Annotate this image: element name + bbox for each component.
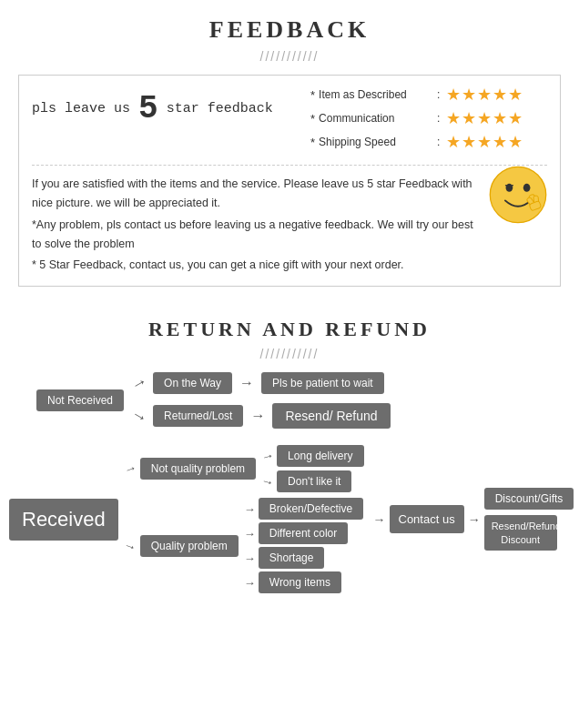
feedback-title: FEEDBACK <box>0 0 579 49</box>
arrow-up-icon: → <box>127 371 151 396</box>
arrow-dc: → <box>244 527 256 541</box>
resend-refund-top-box: Resend/ Refund <box>272 403 390 429</box>
rating-label-3: Shipping Speed <box>319 136 437 148</box>
arrow-wi: → <box>244 576 256 590</box>
shortage-row: → Shortage <box>244 547 363 569</box>
return-divider: /////////// <box>0 347 579 361</box>
rating-stars-2: ★★★★★ <box>446 108 523 128</box>
svg-point-0 <box>490 167 545 222</box>
arrow-sh: → <box>244 551 256 565</box>
arrow-contact: → <box>373 512 386 527</box>
rating-row-2: * Communication : ★★★★★ <box>310 108 547 128</box>
arrow-down-icon: → <box>127 404 151 429</box>
contact-us-box: Contact us <box>390 505 464 533</box>
feedback-suffix: star feedback <box>167 101 273 116</box>
broken-defective-box: Broken/Defective <box>259 498 363 520</box>
not-quality-sub: → Long delivery → Don't like it <box>261 445 363 492</box>
feedback-section: FEEDBACK /////////// pls leave us 5 star… <box>0 0 579 287</box>
broken-row: → Broken/Defective <box>244 498 363 520</box>
not-received-box: Not Received <box>36 389 124 411</box>
middle-branches: → Not quality problem → Long delivery → … <box>124 445 364 593</box>
wrong-items-box: Wrong items <box>259 571 341 593</box>
arrow-qp: → <box>121 537 138 555</box>
wrong-items-row: → Wrong items <box>244 571 363 593</box>
arrow-bd: → <box>244 502 256 516</box>
dont-like-box: Don't like it <box>277 470 351 492</box>
feedback-right-ratings: * Item as Described : ★★★★★ * Communicat… <box>310 85 547 156</box>
rating-label-1: Item as Described <box>319 88 437 101</box>
not-quality-box: Not quality problem <box>140 458 256 480</box>
rating-stars-3: ★★★★★ <box>446 132 523 152</box>
feedback-number: 5 <box>138 90 158 127</box>
return-title: RETURN AND REFUND <box>0 301 579 347</box>
returned-lost-box: Returned/Lost <box>153 405 243 427</box>
on-the-way-box: On the Way <box>153 372 232 394</box>
arrow-after-contact: → <box>468 512 481 527</box>
not-quality-row: → Not quality problem → Long delivery → … <box>124 445 364 492</box>
different-color-box: Different color <box>259 522 348 544</box>
returned-lost-row: → Returned/Lost → Resend/ Refund <box>131 403 391 429</box>
feedback-body: If you are satisfied with the items and … <box>32 175 547 275</box>
return-section: RETURN AND REFUND /////////// Not Receiv… <box>0 301 579 593</box>
not-received-flow: Not Received → On the Way → Pls be patie… <box>0 372 579 429</box>
dont-like-row: → Don't like it <box>261 470 363 492</box>
rating-label-2: Communication <box>319 112 437 125</box>
on-the-way-row: → On the Way → Pls be patient to wait <box>131 372 391 394</box>
feedback-body-line-1: If you are satisfied with the items and … <box>32 175 547 214</box>
arrow-nq: → <box>121 460 138 478</box>
arrow-ld: → <box>259 448 276 465</box>
quality-sub: → Broken/Defective → Different color → S… <box>244 498 363 593</box>
quality-problem-box: Quality problem <box>140 535 239 557</box>
shortage-box: Shortage <box>259 547 325 569</box>
arrow-dl: → <box>259 473 276 490</box>
contact-group: → Contact us → Discount/Gifts Resend/Ref… <box>373 488 574 551</box>
feedback-top: pls leave us 5 star feedback * Item as D… <box>32 85 547 166</box>
discount-gifts-box: Discount/Gifts <box>484 488 574 510</box>
emoji-icon <box>489 166 547 224</box>
long-delivery-box: Long delivery <box>277 445 363 467</box>
feedback-box: pls leave us 5 star feedback * Item as D… <box>18 75 561 287</box>
rating-row-1: * Item as Described : ★★★★★ <box>310 85 547 105</box>
svg-point-2 <box>523 184 531 192</box>
right-outcomes: Discount/Gifts Resend/Refund/ Discount <box>484 488 574 551</box>
feedback-body-line-3: * 5 Star Feedback, contact us, you can g… <box>32 256 547 275</box>
pls-wait-box: Pls be patient to wait <box>261 372 384 394</box>
feedback-left-text: pls leave us 5 star feedback <box>32 85 310 127</box>
feedback-body-line-2: *Any problem, pls contact us before leav… <box>32 216 547 255</box>
feedback-divider: /////////// <box>0 49 579 64</box>
long-delivery-row: → Long delivery <box>261 445 363 467</box>
resend-refund-discount-box: Resend/Refund/ Discount <box>484 515 557 551</box>
feedback-prefix: pls leave us <box>32 101 130 116</box>
arrow-right-icon-2: → <box>250 408 265 424</box>
quality-row: → Quality problem → Broken/Defective → D… <box>124 498 364 593</box>
rating-row-3: * Shipping Speed : ★★★★★ <box>310 132 547 152</box>
different-color-row: → Different color <box>244 522 363 544</box>
rating-stars-1: ★★★★★ <box>446 85 523 105</box>
received-box: Received <box>9 499 118 541</box>
received-flow: Received → Not quality problem → Long de… <box>0 445 579 593</box>
arrow-right-icon-1: → <box>239 375 254 391</box>
